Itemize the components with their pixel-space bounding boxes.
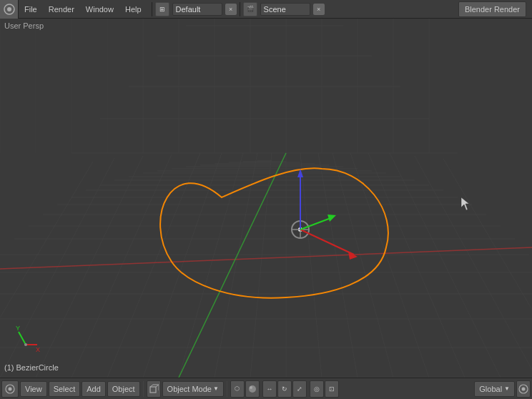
svg-rect-2 xyxy=(0,19,532,378)
layout-close-btn[interactable]: × xyxy=(225,4,237,15)
svg-line-76 xyxy=(19,332,26,345)
transform-icons: ↔ ↻ ⤢ xyxy=(262,380,307,398)
mode-dropdown-icon: ▼ xyxy=(213,385,219,392)
viewport-type-icon[interactable] xyxy=(1,380,19,398)
scene-section: 🎬 × xyxy=(240,2,327,16)
menu-file[interactable]: File xyxy=(19,0,43,18)
titlebar: File Render Window Help ⊞ × 🎬 × Blender … xyxy=(0,0,532,19)
pivot-icons: ◎ ⊡ xyxy=(310,380,339,398)
solid-icon[interactable] xyxy=(245,380,260,398)
select-menu-btn[interactable]: Select xyxy=(49,381,81,397)
viewport-3d[interactable]: User Persp Y X (1) BezierCircle xyxy=(0,19,532,378)
object-info: (1) BezierCircle xyxy=(4,363,59,372)
transform-manipulator-icon[interactable]: ↔ xyxy=(262,380,277,398)
grid-background xyxy=(0,19,532,378)
layout-section: ⊞ × xyxy=(152,2,240,16)
svg-point-91 xyxy=(522,387,526,390)
layout-grid-icon[interactable]: ⊞ xyxy=(155,2,169,16)
menu-window[interactable]: Window xyxy=(80,0,119,18)
global-label: Global xyxy=(479,385,502,393)
render-engine-btn[interactable]: Blender Render xyxy=(458,1,526,17)
svg-point-1 xyxy=(7,7,11,11)
snap-icon[interactable]: ⊡ xyxy=(325,380,339,398)
svg-text:Y: Y xyxy=(16,325,20,332)
mode-label: Object Mode xyxy=(167,385,212,393)
add-menu-btn[interactable]: Add xyxy=(82,381,106,397)
menu-render[interactable]: Render xyxy=(43,0,80,18)
wireframe-icon[interactable]: ⬡ xyxy=(230,380,245,398)
blender-logo[interactable] xyxy=(0,0,19,19)
bottom-toolbar: View Select Add Object Object Mode ▼ ⬡ ↔… xyxy=(0,378,532,399)
view-menu-btn[interactable]: View xyxy=(20,381,47,397)
svg-point-82 xyxy=(9,387,12,390)
scene-icon[interactable]: 🎬 xyxy=(243,2,257,16)
right-cluster: Global ▼ xyxy=(474,380,531,398)
menu-help[interactable]: Help xyxy=(119,0,147,18)
object-menu-btn[interactable]: Object xyxy=(107,381,140,397)
svg-text:X: X xyxy=(36,346,40,353)
svg-point-89 xyxy=(250,386,252,389)
axis-indicator: Y X xyxy=(10,325,41,356)
scale-manipulator-icon[interactable]: ⤢ xyxy=(292,380,307,398)
render-engine-section: Blender Render xyxy=(458,1,532,17)
scene-name-input[interactable] xyxy=(260,3,310,16)
rotate-manipulator-icon[interactable]: ↻ xyxy=(277,380,292,398)
svg-point-88 xyxy=(249,385,256,393)
object-mode-icon[interactable] xyxy=(147,380,161,398)
viewport-label: User Persp xyxy=(4,21,44,30)
scene-close-btn[interactable]: × xyxy=(313,4,325,15)
menu-bar: File Render Window Help xyxy=(19,0,147,18)
svg-rect-83 xyxy=(150,387,156,393)
viewport-shading-cluster: ⬡ xyxy=(230,380,260,398)
layout-name-input[interactable] xyxy=(172,3,222,16)
proportional-icon[interactable]: ◎ xyxy=(310,380,324,398)
global-dropdown-icon: ▼ xyxy=(504,385,510,392)
separator-2 xyxy=(227,381,227,397)
svg-point-80 xyxy=(24,343,27,346)
right-edge-icon[interactable] xyxy=(516,380,531,398)
mode-select[interactable]: Object Mode ▼ xyxy=(162,381,224,397)
global-select[interactable]: Global ▼ xyxy=(474,381,515,397)
separator-1 xyxy=(143,381,144,397)
